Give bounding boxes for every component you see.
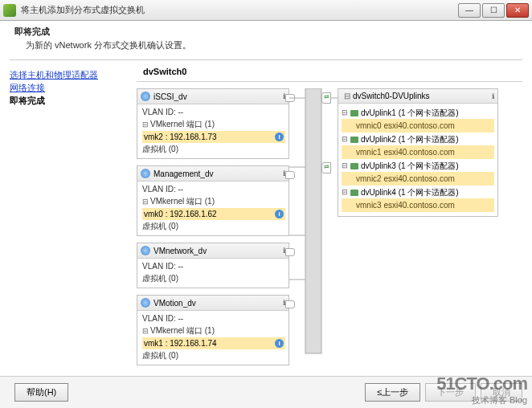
portgroup-name: iSCSI_dv: [153, 92, 187, 101]
vlan-id: VLAN ID: --: [142, 312, 285, 324]
vmnic: vmnic3 esxi40.contoso.com: [342, 198, 494, 212]
topology-diagram: iSCSI_dvℹ VLAN ID: -- ⊟VMkernel 端口 (1) v…: [137, 88, 522, 365]
nic-icon: [350, 190, 358, 196]
maximize-button[interactable]: ☐: [482, 3, 505, 18]
portgroup-vmnetwork: VMnetwork_dvℹ VLAN ID: -- 虚拟机 (0): [137, 243, 289, 288]
vmk-entry: vmk0 : 192.168.1.62: [144, 208, 217, 220]
portgroup-icon: [141, 92, 150, 101]
info-icon[interactable]: i: [275, 133, 284, 141]
portgroup-management: Management_dvℹ VLAN ID: -- ⊟VMkernel 端口 …: [137, 165, 289, 236]
uplinks-box: ⊟dvSwitch0-DVUplinksℹ dvUplink1 (1 个网卡适配…: [338, 88, 498, 217]
close-button[interactable]: ✕: [506, 3, 529, 18]
uplink-item: dvUplink2 (1 个网卡适配器) vmnic1 esxi40.conto…: [342, 133, 494, 159]
uplink-name: dvUplink2 (1 个网卡适配器): [361, 133, 459, 145]
link-icon: ⇄: [321, 162, 331, 173]
connector-column: ⇄ ⇄: [289, 88, 338, 365]
vlan-id: VLAN ID: --: [142, 183, 285, 195]
svg-rect-0: [305, 88, 321, 353]
vlan-id: VLAN ID: --: [142, 260, 285, 272]
info-icon[interactable]: i: [275, 210, 284, 218]
titlebar: 将主机添加到分布式虚拟交换机 — ☐ ✕: [0, 0, 532, 21]
portgroup-name: VMotion_dv: [153, 299, 196, 308]
help-button[interactable]: 帮助(H): [14, 383, 68, 402]
vmkernel-label: VMkernel 端口 (1): [150, 197, 215, 206]
uplinks-title: dvSwitch0-DVUplinks: [353, 92, 430, 100]
vmkernel-label: VMkernel 端口 (1): [150, 120, 215, 129]
vm-count: 虚拟机 (0): [142, 143, 285, 155]
app-icon: [3, 4, 16, 17]
nav-step-hosts[interactable]: 选择主机和物理适配器: [10, 68, 127, 81]
vm-count: 虚拟机 (0): [142, 349, 285, 361]
uplink-column: ⊟dvSwitch0-DVUplinksℹ dvUplink1 (1 个网卡适配…: [338, 88, 498, 365]
info-icon[interactable]: ℹ: [492, 92, 494, 100]
link-icon: ⇄: [321, 92, 331, 104]
uplink-item: dvUplink4 (1 个网卡适配器) vmnic3 esxi40.conto…: [342, 186, 494, 212]
portgroup-icon: [141, 298, 150, 308]
footer: 帮助(H) ≤上一步 下一步 取消: [0, 376, 532, 408]
vmnic: vmnic0 esxi40.contoso.com: [342, 119, 494, 133]
portgroup-name: Management_dv: [153, 169, 214, 178]
cancel-button: 取消: [481, 383, 522, 402]
vm-count: 虚拟机 (0): [142, 272, 285, 284]
portgroup-icon: [141, 246, 150, 255]
nic-icon: [350, 163, 358, 169]
back-button[interactable]: ≤上一步: [365, 383, 420, 402]
next-button: 下一步: [425, 383, 476, 402]
nav-step-network[interactable]: 网络连接: [10, 81, 127, 94]
page-subtitle: 为新的 vNetwork 分布式交换机确认设置。: [26, 39, 518, 51]
vm-count: 虚拟机 (0): [142, 220, 285, 232]
minimize-button[interactable]: —: [458, 3, 481, 18]
wizard-header: 即将完成 为新的 vNetwork 分布式交换机确认设置。: [0, 21, 532, 59]
nic-icon: [350, 137, 358, 143]
vlan-id: VLAN ID: --: [142, 106, 285, 118]
vmk-entry: vmk1 : 192.168.1.74: [144, 337, 217, 349]
portgroup-name: VMnetwork_dv: [153, 247, 207, 255]
uplink-item: dvUplink1 (1 个网卡适配器) vmnic0 esxi40.conto…: [342, 107, 494, 133]
main-panel: dvSwitch0 iSCSI_dvℹ VLAN ID: -- ⊟VMkerne…: [137, 60, 532, 365]
uplink-name: dvUplink1 (1 个网卡适配器): [361, 107, 459, 119]
vmk-entry: vmk2 : 192.168.1.73: [144, 131, 217, 143]
info-icon[interactable]: i: [275, 339, 284, 348]
uplink-item: dvUplink3 (1 个网卡适配器) vmnic2 esxi40.conto…: [342, 160, 494, 186]
nic-icon: [350, 110, 358, 116]
uplink-name: dvUplink3 (1 个网卡适配器): [361, 160, 459, 172]
wizard-nav: 选择主机和物理适配器 网络连接 即将完成: [0, 60, 137, 365]
vmnic: vmnic2 esxi40.contoso.com: [342, 172, 494, 186]
switch-name: dvSwitch0: [143, 67, 522, 76]
nav-step-current: 即将完成: [10, 94, 127, 107]
vmkernel-label: VMkernel 端口 (1): [150, 326, 215, 335]
portgroup-vmotion: VMotion_dvℹ VLAN ID: -- ⊟VMkernel 端口 (1)…: [137, 295, 289, 365]
portgroup-icon: [141, 169, 150, 178]
page-title: 即将完成: [14, 26, 518, 38]
portgroup-column: iSCSI_dvℹ VLAN ID: -- ⊟VMkernel 端口 (1) v…: [137, 88, 289, 365]
uplink-name: dvUplink4 (1 个网卡适配器): [361, 186, 459, 198]
vmnic: vmnic1 esxi40.contoso.com: [342, 145, 494, 159]
portgroup-iscsi: iSCSI_dvℹ VLAN ID: -- ⊟VMkernel 端口 (1) v…: [137, 88, 289, 159]
window-title: 将主机添加到分布式虚拟交换机: [21, 4, 145, 16]
